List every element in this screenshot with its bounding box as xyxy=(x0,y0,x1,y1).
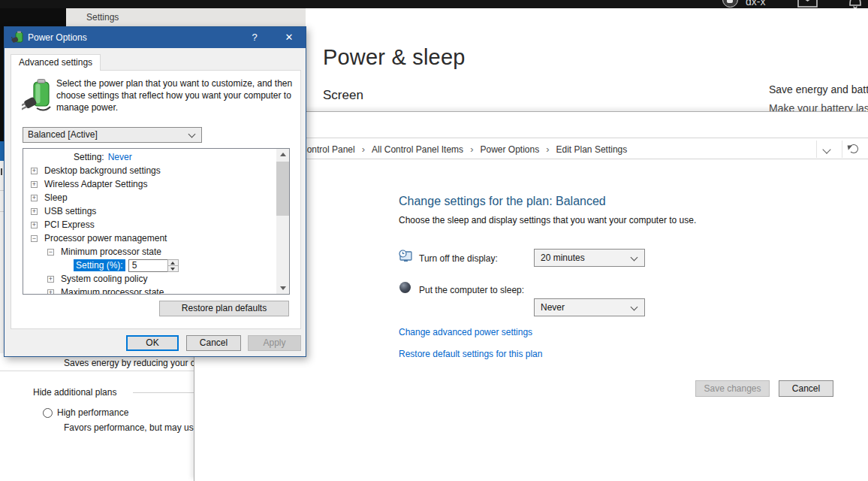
expand-plus-icon[interactable] xyxy=(47,289,54,295)
power-options-icon xyxy=(11,31,25,44)
setting-value[interactable]: Never xyxy=(108,152,132,162)
settings-titlebar: Settings xyxy=(66,8,306,28)
spin-up-icon[interactable] xyxy=(168,260,178,265)
tree-row[interactable]: Wireless Adapter Settings xyxy=(23,177,276,191)
restore-plan-defaults-button[interactable]: Restore plan defaults xyxy=(159,301,289,316)
tree-row[interactable]: Desktop background settings xyxy=(23,164,276,177)
settings-side-link[interactable]: Make your battery las xyxy=(769,102,868,111)
expand-plus-icon[interactable] xyxy=(31,222,38,228)
power-saver-description: Saves energy by reducing your com xyxy=(64,358,194,368)
advanced-settings-tabpage: Select the power plan that you want to c… xyxy=(11,70,301,329)
settings-page-title: Power & sleep xyxy=(323,45,466,70)
plan-select-value: Balanced [Active] xyxy=(28,129,98,140)
collapse-minus-icon[interactable] xyxy=(31,235,38,242)
setting-percent-input[interactable]: 5 xyxy=(128,259,167,272)
chevron-down-icon xyxy=(631,304,638,311)
power-plans-page-fragment: Saves energy by reducing your com Hide a… xyxy=(0,353,194,481)
collapse-minus-icon[interactable] xyxy=(47,249,54,256)
tab-advanced-settings[interactable]: Advanced settings xyxy=(11,54,101,71)
display-clock-icon xyxy=(399,250,412,263)
chevron-down-icon xyxy=(631,254,638,262)
scroll-down-icon[interactable] xyxy=(276,283,289,294)
address-dropdown-icon[interactable] xyxy=(822,145,830,153)
high-performance-label: High performance xyxy=(57,407,128,418)
scrollbar[interactable] xyxy=(276,149,289,294)
power-options-dialog: Power Options ? ✕ Advanced settings Sele… xyxy=(4,26,306,357)
refresh-icon[interactable] xyxy=(849,144,858,153)
high-performance-radio[interactable] xyxy=(43,408,53,418)
breadcrumb-control-panel[interactable]: Control Panel xyxy=(300,144,355,155)
tree-row[interactable]: USB settings xyxy=(23,204,276,218)
plan-list-divider xyxy=(0,371,194,371)
dialog-titlebar[interactable]: Power Options ? ✕ xyxy=(5,27,306,48)
settings-titlebar-label: Settings xyxy=(86,12,119,23)
expand-plus-icon[interactable] xyxy=(31,208,38,215)
setting-prefix: Setting: xyxy=(74,152,104,162)
ok-button[interactable]: OK xyxy=(126,335,179,351)
help-button[interactable]: ? xyxy=(247,32,262,43)
sleep-timeout-value: Never xyxy=(541,302,565,313)
dialog-title: Power Options xyxy=(28,32,87,43)
avatar[interactable] xyxy=(722,0,738,8)
spin-down-icon[interactable] xyxy=(168,265,178,271)
power-plan-battery-icon xyxy=(22,78,53,113)
cancel-button[interactable]: Cancel xyxy=(779,380,833,397)
settings-nav-fragment xyxy=(1,168,2,175)
plan-settings-heading: Change settings for the plan: Balanced xyxy=(399,195,606,208)
tree-row[interactable]: PCI Express xyxy=(23,218,276,231)
scroll-up-icon[interactable] xyxy=(276,149,289,160)
save-changes-button[interactable]: Save changes xyxy=(695,380,770,397)
high-performance-description: Favors performance, but may use n xyxy=(64,422,194,433)
apply-button[interactable]: Apply xyxy=(248,335,301,351)
breadcrumb-power-options[interactable]: Power Options xyxy=(463,144,539,155)
restore-default-settings-link[interactable]: Restore default settings for this plan xyxy=(399,349,542,359)
plan-settings-subtitle: Choose the sleep and display settings th… xyxy=(399,215,696,225)
hide-plans-divider xyxy=(133,392,194,393)
top-toolbar: dx-x xyxy=(0,0,868,8)
breadcrumb-edit-plan-settings[interactable]: Edit Plan Settings xyxy=(539,144,627,155)
breadcrumb-all-items[interactable]: All Control Panel Items xyxy=(355,144,463,155)
tree-row[interactable]: Maximum processor state xyxy=(23,286,276,295)
close-icon[interactable]: ✕ xyxy=(282,32,297,43)
selected-setting-label[interactable]: Setting (%): xyxy=(74,259,125,271)
tree-row-selected-setting[interactable]: Setting (%): 5 xyxy=(23,259,276,272)
tree-row-setting-never[interactable]: Setting: Never xyxy=(23,150,276,164)
breadcrumb: Control PanelAll Control Panel ItemsPowe… xyxy=(300,144,627,155)
tree-row[interactable]: Sleep xyxy=(23,191,276,204)
display-timeout-value: 20 minutes xyxy=(541,253,585,263)
chevron-down-icon xyxy=(188,131,196,138)
address-bar-separator xyxy=(816,141,817,158)
address-bar-separator xyxy=(842,141,842,158)
desktop-dark-corner xyxy=(0,8,66,27)
sleep-timeout-label: Put the computer to sleep: xyxy=(419,285,524,295)
hide-additional-plans-label[interactable]: Hide additional plans xyxy=(33,387,116,398)
dialog-description: Select the power plan that you want to c… xyxy=(56,77,298,113)
display-timeout-select[interactable]: 20 minutes xyxy=(534,249,645,267)
settings-side-text: Save energy and batte xyxy=(769,83,868,95)
expand-plus-icon[interactable] xyxy=(31,168,38,174)
scrollbar-thumb[interactable] xyxy=(276,162,289,216)
settings-section-screen: Screen xyxy=(323,88,363,103)
tree-row[interactable]: System cooling policy xyxy=(23,272,276,286)
sleep-timeout-select[interactable]: Never xyxy=(534,298,645,316)
tree-row[interactable]: Processor power management xyxy=(23,231,276,245)
plan-select[interactable]: Balanced [Active] xyxy=(23,127,202,143)
username-label: dx-x xyxy=(746,0,765,8)
mail-icon[interactable] xyxy=(797,0,818,8)
expand-plus-icon[interactable] xyxy=(31,195,38,201)
change-advanced-power-settings-link[interactable]: Change advanced power settings xyxy=(399,327,532,337)
advanced-settings-tree[interactable]: Setting: Never Desktop background settin… xyxy=(23,148,290,295)
turn-off-display-label: Turn off the display: xyxy=(419,253,498,264)
spinner-control[interactable] xyxy=(167,259,179,272)
expand-plus-icon[interactable] xyxy=(31,181,38,188)
sleep-icon xyxy=(399,282,411,293)
expand-plus-icon[interactable] xyxy=(47,276,54,283)
cancel-button[interactable]: Cancel xyxy=(186,335,241,351)
tree-row[interactable]: Minimum processor state xyxy=(23,245,276,259)
bell-icon[interactable] xyxy=(847,0,863,8)
